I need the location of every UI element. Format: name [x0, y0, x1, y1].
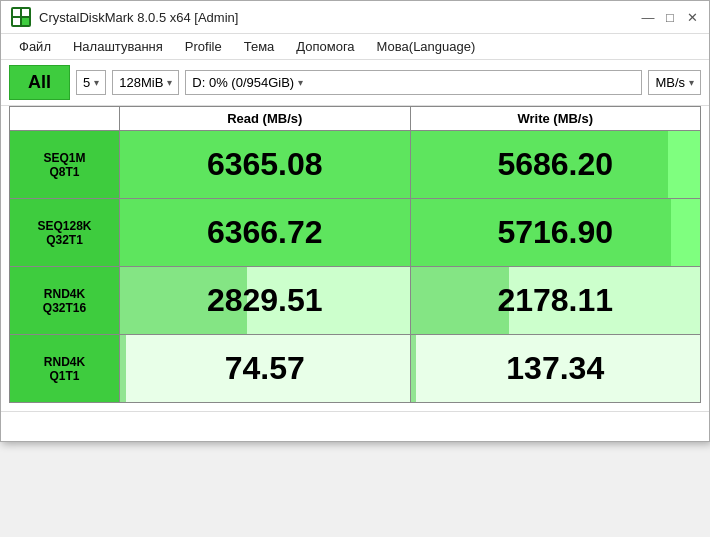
drive-value: D: 0% (0/954GiB) — [192, 75, 294, 90]
val-seq128k-write: 5716.90 — [497, 214, 613, 251]
cell-seq128k-write: 5716.90 — [411, 199, 702, 267]
row-label-rnd4k-q1-line1: RND4K — [44, 355, 85, 369]
status-bar — [1, 411, 709, 441]
title-bar: CrystalDiskMark 8.0.5 x64 [Admin] — □ ✕ — [1, 1, 709, 34]
menu-help[interactable]: Допомога — [286, 36, 364, 57]
cell-seq1m-write: 5686.20 — [411, 131, 702, 199]
window-controls: — □ ✕ — [641, 10, 699, 24]
runs-arrow: ▾ — [94, 77, 99, 88]
cell-rnd4k-q32-read: 2829.51 — [120, 267, 411, 335]
col-header-read: Read (MB/s) — [120, 107, 411, 131]
grid-corner — [10, 107, 120, 131]
unit-value: MB/s — [655, 75, 685, 90]
row-label-seq128k-line2: Q32T1 — [46, 233, 83, 247]
row-label-rnd4k-q32: RND4K Q32T16 — [10, 267, 120, 335]
val-rnd4k-q32-write: 2178.11 — [497, 282, 613, 319]
row-label-rnd4k-q1-line2: Q1T1 — [49, 369, 79, 383]
benchmark-grid: Read (MB/s) Write (MB/s) SEQ1M Q8T1 6365… — [9, 106, 701, 403]
minimize-button[interactable]: — — [641, 10, 655, 24]
drive-dropdown[interactable]: D: 0% (0/954GiB) ▾ — [185, 70, 642, 95]
row-label-seq128k: SEQ128K Q32T1 — [10, 199, 120, 267]
val-rnd4k-q1-read: 74.57 — [225, 350, 305, 387]
svg-rect-3 — [13, 18, 20, 25]
close-button[interactable]: ✕ — [685, 10, 699, 24]
val-rnd4k-q32-read: 2829.51 — [207, 282, 323, 319]
menu-bar: Файл Налаштування Profile Тема Допомога … — [1, 34, 709, 60]
menu-file[interactable]: Файл — [9, 36, 61, 57]
all-button[interactable]: All — [9, 65, 70, 100]
cell-rnd4k-q1-read: 74.57 — [120, 335, 411, 403]
val-seq128k-read: 6366.72 — [207, 214, 323, 251]
svg-rect-1 — [13, 9, 20, 16]
row-label-seq1m-line1: SEQ1M — [43, 151, 85, 165]
window-title: CrystalDiskMark 8.0.5 x64 [Admin] — [39, 10, 238, 25]
cell-seq128k-read: 6366.72 — [120, 199, 411, 267]
maximize-button[interactable]: □ — [663, 10, 677, 24]
drive-arrow: ▾ — [298, 77, 303, 88]
menu-settings[interactable]: Налаштування — [63, 36, 173, 57]
unit-dropdown[interactable]: MB/s ▾ — [648, 70, 701, 95]
val-rnd4k-q1-write: 137.34 — [506, 350, 604, 387]
menu-theme[interactable]: Тема — [234, 36, 285, 57]
app-window: CrystalDiskMark 8.0.5 x64 [Admin] — □ ✕ … — [0, 0, 710, 442]
size-arrow: ▾ — [167, 77, 172, 88]
col-header-write: Write (MB/s) — [411, 107, 702, 131]
cell-seq1m-read: 6365.08 — [120, 131, 411, 199]
val-seq1m-write: 5686.20 — [497, 146, 613, 183]
svg-rect-2 — [22, 9, 29, 16]
svg-rect-4 — [22, 18, 29, 25]
row-label-seq1m-line2: Q8T1 — [49, 165, 79, 179]
row-label-seq1m: SEQ1M Q8T1 — [10, 131, 120, 199]
row-label-seq128k-line1: SEQ128K — [37, 219, 91, 233]
row-label-rnd4k-q32-line2: Q32T16 — [43, 301, 86, 315]
runs-dropdown[interactable]: 5 ▾ — [76, 70, 106, 95]
size-dropdown[interactable]: 128MiB ▾ — [112, 70, 179, 95]
val-seq1m-read: 6365.08 — [207, 146, 323, 183]
size-value: 128MiB — [119, 75, 163, 90]
unit-arrow: ▾ — [689, 77, 694, 88]
menu-profile[interactable]: Profile — [175, 36, 232, 57]
row-label-rnd4k-q32-line1: RND4K — [44, 287, 85, 301]
row-label-rnd4k-q1: RND4K Q1T1 — [10, 335, 120, 403]
runs-value: 5 — [83, 75, 90, 90]
cell-rnd4k-q1-write: 137.34 — [411, 335, 702, 403]
cell-rnd4k-q32-write: 2178.11 — [411, 267, 702, 335]
menu-language[interactable]: Мова(Language) — [367, 36, 486, 57]
toolbar: All 5 ▾ 128MiB ▾ D: 0% (0/954GiB) ▾ MB/s… — [1, 60, 709, 106]
app-icon — [11, 7, 31, 27]
